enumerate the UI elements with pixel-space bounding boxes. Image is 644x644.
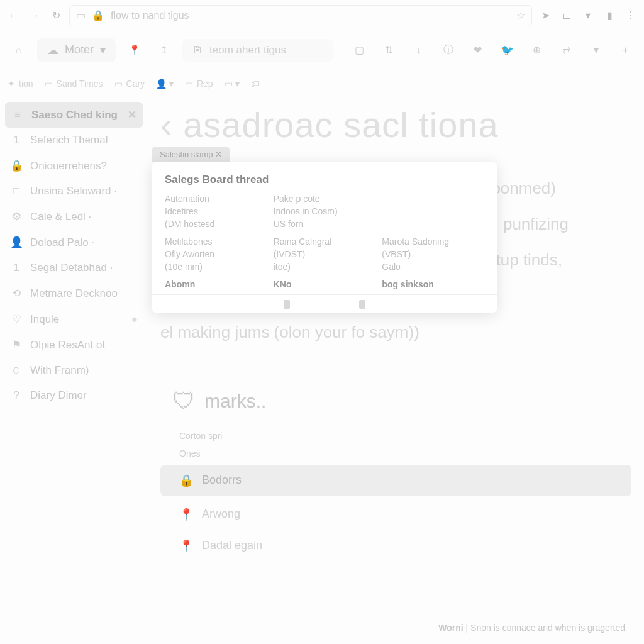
sub-item[interactable]: ▭ Cary — [114, 79, 145, 89]
sidebar-item[interactable]: 👤Doload Palo · — [0, 230, 148, 255]
info-icon[interactable]: ⓘ — [437, 39, 459, 62]
sub-item[interactable]: ▭ ▾ — [225, 79, 240, 89]
popup-cell: (10e mm) — [165, 262, 267, 272]
folder-button[interactable]: 🗀 — [558, 8, 575, 24]
bird-icon[interactable]: 🐦 — [496, 39, 518, 62]
sidebar-item[interactable]: ♡Inqule● — [0, 306, 148, 332]
nav-item[interactable]: 📍Dadal egain — [160, 530, 631, 562]
sidebar-label: Inqule — [30, 313, 59, 326]
popup-card: Salegs Board thread AutomationPake p cot… — [152, 162, 497, 313]
resize-handle[interactable] — [284, 300, 290, 309]
add-icon[interactable]: ⊕ — [526, 39, 548, 62]
sidebar-item[interactable]: ⚑Olpie ResAnt ot — [0, 332, 148, 358]
sidebar-icon: ? — [10, 389, 23, 402]
resize-handle[interactable] — [359, 300, 365, 309]
app-toolbar: ⌂ ☁ Moter ▾ 📍 ↥ 🗎 teom ahert tigus ▢ ⇅ ↓… — [0, 31, 644, 69]
chevron-down-icon: ▾ — [100, 43, 106, 57]
sidebar-label: Segal Detabhad · — [30, 262, 113, 274]
sub-item[interactable]: 👤 ▾ — [156, 79, 174, 89]
sidebar-item[interactable]: □Unsina Seloward · — [0, 179, 148, 204]
nav-icon: 🔒 — [179, 474, 193, 487]
popup-cell: Ofly Aworten — [165, 249, 267, 259]
tool-1[interactable]: ▢ — [348, 39, 370, 62]
sidebar-item[interactable]: 1Seferich Themal — [0, 128, 148, 153]
sidebar-icon: ⟲ — [10, 287, 23, 300]
nav-item[interactable]: 📍Arwong — [160, 499, 631, 530]
popup-cell: Metilabones — [165, 236, 267, 247]
plus-icon[interactable]: + — [614, 39, 636, 62]
sidebar-icon: ♡ — [10, 313, 23, 326]
footer-note: Worni | Snon is connace and when is grag… — [438, 623, 625, 633]
tool-2[interactable]: ⇅ — [378, 39, 400, 62]
sub-item[interactable]: ▭ Rep — [185, 79, 213, 89]
sidebar-item[interactable]: ⚙Cale & Ledl · — [0, 204, 148, 230]
popup-cell: Marota Sadoning — [382, 236, 484, 247]
chevron-down-icon[interactable]: ▾ — [580, 8, 596, 24]
popup-cell: KNo — [274, 279, 376, 289]
popup-cell: Idcetires — [165, 206, 267, 216]
reload-button[interactable]: ↻ — [48, 8, 64, 24]
nav-item[interactable]: 🔒Bodorrs — [160, 465, 631, 496]
home-button[interactable]: ⌂ — [8, 39, 30, 62]
footer-lead: Worni — [438, 623, 463, 633]
popup-cell — [382, 206, 484, 216]
upload-icon[interactable]: ↥ — [153, 39, 175, 62]
sidebar-item[interactable]: 🔒Oniouerrehens? — [0, 153, 148, 179]
lock-icon: 🔒 — [92, 9, 104, 21]
popup-cell: Abomn — [165, 279, 267, 289]
send-button[interactable]: ➤ — [537, 8, 553, 24]
tool-3[interactable]: ↓ — [408, 39, 430, 62]
chevron-down-icon[interactable]: ▾ — [585, 39, 607, 62]
marks-heading: 🛡 marks.. — [173, 388, 631, 414]
sub-item[interactable]: 🏷 — [251, 79, 260, 89]
forward-button[interactable]: → — [26, 8, 43, 24]
nav-sub: Ones — [160, 445, 631, 462]
close-icon[interactable]: ✕ — [128, 108, 136, 121]
popup-grid: AutomationPake p coteIdcetiresIndoos in … — [165, 194, 484, 289]
sidebar-label: Oniouerrehens? — [30, 160, 107, 172]
nav-label: Dadal egain — [202, 539, 262, 552]
sidebar-label: Doload Palo · — [30, 236, 94, 249]
popup-cell: Raina Calngral — [274, 236, 376, 247]
sidebar-item[interactable]: ☺With Franm) — [0, 358, 148, 383]
sub-item[interactable]: ▭ Sand Times — [45, 79, 103, 89]
sidebar-label: Metmare Decknoo — [30, 287, 118, 300]
search-input[interactable]: 🗎 teom ahert tigus — [182, 39, 333, 62]
shuffle-icon[interactable]: ⇄ — [555, 39, 577, 62]
popup-resize-handles — [152, 294, 497, 313]
account-button[interactable]: ▮ — [601, 8, 618, 24]
nav-icon: 📍 — [179, 539, 193, 553]
tab-icon: ▭ — [76, 9, 86, 21]
sidebar-icon: ⚙ — [10, 210, 23, 223]
popup-cell: Pake p cote — [274, 194, 376, 204]
sidebar-item[interactable]: 1Segal Detabhad · — [0, 255, 148, 280]
workspace-selector[interactable]: ☁ Moter ▾ — [37, 38, 116, 62]
popup-cell: itoe) — [274, 262, 376, 272]
sidebar-item[interactable]: ?Diary Dimer — [0, 383, 148, 408]
sidebar-label: Seferich Themal — [30, 134, 108, 147]
browser-nav-bar: ← → ↻ ▭ 🔒 flow to nand tigus ☆ ➤ 🗀 ▾ ▮ ⋮ — [0, 0, 644, 31]
popup-cell: (VBST) — [382, 249, 484, 259]
popup-cell: US forn — [274, 219, 376, 229]
sidebar-item[interactable]: ⟲Metmare Decknoo — [0, 280, 148, 306]
popup-cell: Galo — [382, 262, 484, 272]
popup-tab[interactable]: Salestin slamp ✕ — [152, 147, 230, 162]
sub-item[interactable]: ✦ tion — [8, 79, 33, 89]
page-icon: 🗎 — [192, 44, 203, 57]
pin-icon[interactable]: 📍 — [123, 39, 145, 62]
nav-icon: 📍 — [179, 508, 193, 521]
nav-list: Corton spri Ones 🔒Bodorrs📍Arwong📍Dadal e… — [160, 427, 631, 562]
sub-toolbar: ✦ tion ▭ Sand Times ▭ Cary 👤 ▾ ▭ Rep ▭ ▾… — [0, 69, 644, 98]
menu-button[interactable]: ⋮ — [623, 8, 639, 24]
star-icon[interactable]: ☆ — [516, 9, 525, 21]
heart-icon[interactable]: ❤ — [467, 39, 489, 62]
workspace-label: Moter — [65, 43, 94, 57]
sidebar-item[interactable]: ≡Saeso Ched king✕ — [5, 102, 143, 128]
sidebar: ≡Saeso Ched king✕1Seferich Themal🔒Onioue… — [0, 98, 148, 562]
sidebar-icon: 1 — [10, 134, 23, 147]
back-button[interactable]: ← — [5, 8, 21, 24]
sidebar-icon: 🔒 — [10, 159, 23, 172]
url-bar[interactable]: ▭ 🔒 flow to nand tigus ☆ — [69, 5, 532, 26]
popup-cell: (DM hostesd — [165, 219, 267, 229]
search-placeholder: teom ahert tigus — [209, 44, 286, 57]
